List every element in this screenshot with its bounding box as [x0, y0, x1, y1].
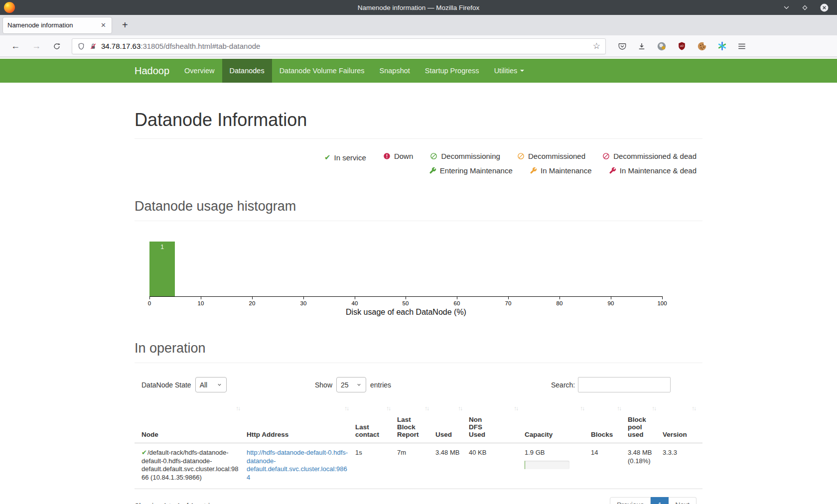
shield-icon[interactable]	[77, 42, 85, 50]
http-address-link[interactable]: http://hdfs-datanode-default-0.hdfs-data…	[247, 449, 348, 481]
ban-icon	[517, 152, 525, 160]
sort-icon[interactable]: ↑↓	[514, 405, 518, 412]
legend-entering-maintenance: Entering Maintenance	[429, 166, 513, 175]
nav-item-datanodes[interactable]: Datanodes	[222, 59, 272, 83]
datanode-state-label: DataNode State	[141, 381, 191, 389]
browser-window: Namenode information — Mozilla Firefox N…	[0, 0, 837, 504]
block-pool-used-cell: 3.48 MB (0.18%)	[628, 443, 663, 489]
url-text[interactable]: 34.78.17.63:31805/dfshealth.html#tab-dat…	[101, 42, 589, 50]
pocket-icon[interactable]	[618, 42, 627, 51]
window-titlebar: Namenode information — Mozilla Firefox	[0, 0, 837, 15]
tab-bar: Namenode information ✕ +	[0, 15, 837, 35]
histogram-bar: 1	[149, 242, 175, 296]
menu-hamburger-icon[interactable]	[737, 42, 746, 51]
sort-icon[interactable]: ↑↓	[458, 405, 462, 412]
new-tab-button[interactable]: +	[119, 19, 131, 31]
x-tick: 10	[198, 300, 204, 306]
column-header-non-dfs-used[interactable]: ↑↓Non DFS Used	[469, 401, 525, 443]
firefox-icon	[4, 2, 15, 13]
x-tick: 100	[657, 300, 667, 306]
x-tick: 30	[300, 300, 307, 306]
divider	[135, 363, 702, 363]
next-page-button[interactable]: Next	[669, 497, 697, 504]
nav-item-datanode-volume-failures[interactable]: Datanode Volume Failures	[272, 59, 372, 83]
column-header-last-contact[interactable]: ↑↓Last contact	[355, 401, 397, 443]
datanode-usage-histogram: 1 0 10 20 30 40 50 60 70 80 90 100 Disk …	[135, 223, 702, 321]
insecure-lock-icon[interactable]	[89, 42, 97, 50]
svg-text:uO: uO	[680, 44, 684, 47]
navbar-brand[interactable]: Hadoop	[135, 59, 177, 83]
bar-value-label: 1	[160, 243, 164, 251]
sort-icon[interactable]: ↑↓	[692, 405, 696, 412]
legend-down: Down	[383, 152, 413, 160]
column-header-version[interactable]: ↑↓Version	[663, 401, 702, 443]
x-tick: 90	[608, 300, 614, 306]
x-tick: 70	[505, 300, 512, 306]
exclamation-circle-icon	[383, 152, 391, 160]
ban-icon	[430, 152, 437, 160]
datanode-state-select[interactable]: All	[195, 377, 227, 392]
window-maximize-icon[interactable]	[801, 4, 809, 11]
forward-button[interactable]: →	[26, 41, 47, 51]
sort-icon[interactable]: ↑↓	[386, 405, 390, 412]
sort-icon[interactable]: ↑↓	[652, 405, 656, 412]
version-cell: 3.3.3	[663, 443, 702, 489]
column-header-block-pool-used[interactable]: ↑↓Block pool used	[628, 401, 663, 443]
window-close-icon[interactable]	[820, 3, 829, 12]
nav-item-snapshot[interactable]: Snapshot	[372, 59, 418, 83]
x-tick: 80	[557, 300, 563, 306]
capacity-cell: 1.9 GB	[525, 443, 591, 489]
privacy-extension-icon[interactable]	[657, 41, 667, 51]
tab-close-icon[interactable]: ✕	[100, 21, 107, 29]
bookmark-star-icon[interactable]: ☆	[593, 41, 600, 51]
page-title: Datanode Information	[135, 110, 702, 130]
url-host: 34.78.17.63	[101, 42, 140, 50]
sort-icon[interactable]: ↑↓	[580, 405, 584, 412]
column-header-node[interactable]: ↑↓Node	[135, 401, 247, 443]
nav-item-overview[interactable]: Overview	[177, 59, 222, 83]
column-header-blocks[interactable]: ↑↓Blocks	[591, 401, 628, 443]
column-header-last-block-report[interactable]: ↑↓Last Block Report	[397, 401, 435, 443]
column-header-capacity[interactable]: ↑↓Capacity	[525, 401, 591, 443]
window-minimize-icon[interactable]	[783, 4, 790, 11]
multicolor-extension-icon[interactable]	[717, 41, 727, 51]
x-tick: 0	[148, 300, 151, 306]
browser-tab[interactable]: Namenode information ✕	[2, 17, 112, 34]
url-bar[interactable]: 34.78.17.63:31805/dfshealth.html#tab-dat…	[72, 38, 606, 54]
browser-toolbar: ← → 34.78.17.63:31805/dfshealth.html#tab…	[0, 35, 837, 57]
legend-in-maintenance-dead: In Maintenance & dead	[609, 166, 697, 175]
x-tick: 20	[249, 300, 256, 306]
chevron-down-icon	[356, 382, 362, 387]
wrench-icon	[609, 167, 616, 174]
search-label: Search:	[551, 381, 575, 389]
showing-entries-text: Showing 1 to 1 of 1 entries	[135, 502, 217, 504]
show-entries-select[interactable]: 25	[336, 377, 366, 392]
last-block-report-cell: 7m	[397, 443, 435, 489]
sort-icon[interactable]: ↑↓	[236, 405, 240, 412]
wrench-icon	[530, 167, 537, 174]
legend-decommissioning: Decommissioning	[430, 152, 500, 160]
blocks-cell: 14	[591, 443, 628, 489]
previous-page-button[interactable]: Previous	[610, 497, 651, 504]
chevron-down-icon	[217, 382, 222, 387]
nav-item-utilities[interactable]: Utilities	[487, 59, 532, 83]
non-dfs-used-cell: 40 KB	[469, 443, 525, 489]
page-1-button[interactable]: 1	[651, 497, 669, 504]
nav-item-startup-progress[interactable]: Startup Progress	[418, 59, 487, 83]
table-footer: Showing 1 to 1 of 1 entries Previous 1 N…	[135, 495, 702, 504]
wrench-icon	[429, 167, 436, 174]
column-header-http-address[interactable]: ↑↓Http Address	[247, 401, 355, 443]
search-input[interactable]	[578, 377, 671, 392]
sort-icon[interactable]: ↑↓	[424, 405, 428, 412]
sort-icon[interactable]: ↑↓	[617, 405, 621, 412]
table-controls: DataNode State All Show 25 entries Searc…	[135, 376, 702, 395]
check-icon: ✔	[141, 449, 147, 456]
sort-icon[interactable]: ↑↓	[344, 405, 348, 412]
column-header-used[interactable]: ↑↓Used	[435, 401, 469, 443]
downloads-icon[interactable]	[637, 42, 646, 51]
ublock-icon[interactable]: uO	[677, 41, 687, 51]
reload-button[interactable]	[47, 42, 67, 50]
back-button[interactable]: ←	[5, 41, 26, 51]
cookie-extension-icon[interactable]	[697, 41, 707, 51]
pagination: Previous 1 Next	[610, 497, 697, 504]
